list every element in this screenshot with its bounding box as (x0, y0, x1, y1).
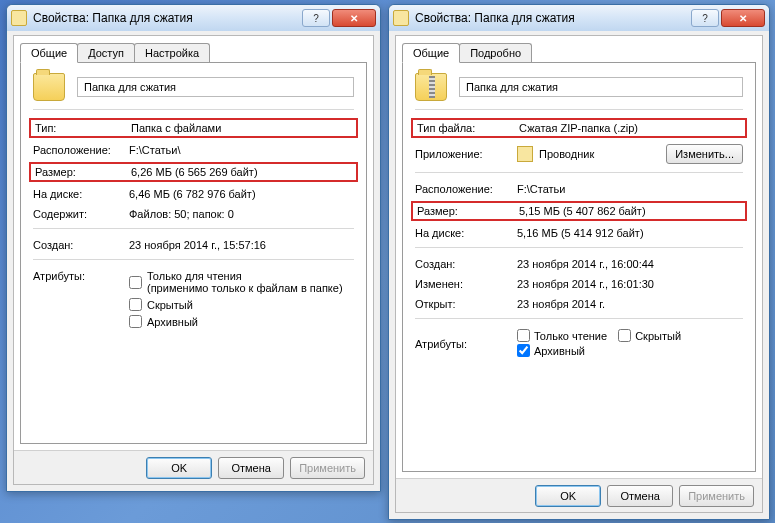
created-label: Создан: (415, 258, 517, 270)
attr-readonly-row: Только для чтения (применимо только к фа… (129, 270, 354, 294)
attr-readonly-label: Только чтение (534, 330, 607, 342)
accessed-label: Открыт: (415, 298, 517, 310)
tab-sharing[interactable]: Доступ (77, 43, 135, 63)
properties-window-folder: Свойства: Папка для сжатия ? ✕ Общие Дос… (6, 4, 381, 492)
size-label: Размер: (417, 205, 519, 217)
tab-details[interactable]: Подробно (459, 43, 532, 63)
attr-archive-label: Архивный (147, 316, 198, 328)
attr-archive-row: Архивный (517, 344, 585, 357)
attr-readonly-checkbox[interactable] (129, 276, 142, 289)
opens-with-label: Приложение: (415, 148, 517, 160)
tabstrip: Общие Доступ Настройка (14, 36, 373, 62)
attributes-label: Атрибуты: (415, 338, 517, 350)
titlebar[interactable]: Свойства: Папка для сжатия ? ✕ (7, 5, 380, 31)
size-on-disk-value: 5,16 МБ (5 414 912 байт) (517, 227, 743, 239)
size-label: Размер: (35, 166, 131, 178)
attributes-label: Атрибуты: (33, 270, 129, 282)
highlight-type: Тип: Папка с файлами (29, 118, 358, 138)
name-input[interactable]: Папка для сжатия (459, 77, 743, 97)
size-value: 6,26 МБ (6 565 269 байт) (131, 166, 352, 178)
size-on-disk-value: 6,46 МБ (6 782 976 байт) (129, 188, 354, 200)
close-button[interactable]: ✕ (721, 9, 765, 27)
type-value: Папка с файлами (131, 122, 352, 134)
opens-with-value: Проводник (539, 148, 666, 160)
contains-value: Файлов: 50; папок: 0 (129, 208, 354, 220)
apply-button[interactable]: Применить (679, 485, 754, 507)
highlight-size: Размер: 5,15 МБ (5 407 862 байт) (411, 201, 747, 221)
type-label: Тип: (35, 122, 131, 134)
folder-icon (11, 10, 27, 26)
client-area: Общие Подробно Папка для сжатия Тип файл… (395, 35, 763, 513)
window-title: Свойства: Папка для сжатия (415, 11, 689, 25)
modified-value: 23 ноября 2014 г., 16:01:30 (517, 278, 743, 290)
attr-archive-checkbox[interactable] (129, 315, 142, 328)
highlight-size: Размер: 6,26 МБ (6 565 269 байт) (29, 162, 358, 182)
help-button[interactable]: ? (302, 9, 330, 27)
size-value: 5,15 МБ (5 407 862 байт) (519, 205, 741, 217)
folder-icon (33, 73, 65, 101)
attr-hidden-checkbox[interactable] (618, 329, 631, 342)
window-title: Свойства: Папка для сжатия (33, 11, 300, 25)
location-value: F:\Статьи\ (129, 144, 354, 156)
change-button[interactable]: Изменить... (666, 144, 743, 164)
size-on-disk-label: На диске: (415, 227, 517, 239)
file-type-value: Сжатая ZIP-папка (.zip) (519, 122, 741, 134)
attr-readonly-sub: (применимо только к файлам в папке) (147, 282, 343, 294)
cancel-button[interactable]: Отмена (218, 457, 284, 479)
tab-general[interactable]: Общие (20, 43, 78, 63)
apply-button[interactable]: Применить (290, 457, 365, 479)
properties-window-zip: Свойства: Папка для сжатия ? ✕ Общие Под… (388, 4, 770, 520)
created-label: Создан: (33, 239, 129, 251)
location-label: Расположение: (33, 144, 129, 156)
attr-hidden-checkbox[interactable] (129, 298, 142, 311)
modified-label: Изменен: (415, 278, 517, 290)
location-label: Расположение: (415, 183, 517, 195)
tab-customize[interactable]: Настройка (134, 43, 210, 63)
attr-archive-checkbox[interactable] (517, 344, 530, 357)
zip-icon (393, 10, 409, 26)
ok-button[interactable]: OK (535, 485, 601, 507)
cancel-button[interactable]: Отмена (607, 485, 673, 507)
attr-hidden-row: Скрытый (129, 298, 354, 311)
tab-page-general: Папка для сжатия Тип файла: Сжатая ZIP-п… (402, 62, 756, 472)
contains-label: Содержит: (33, 208, 129, 220)
attr-hidden-label: Скрытый (635, 330, 681, 342)
tab-general[interactable]: Общие (402, 43, 460, 63)
created-value: 23 ноября 2014 г., 15:57:16 (129, 239, 354, 251)
close-button[interactable]: ✕ (332, 9, 376, 27)
help-button[interactable]: ? (691, 9, 719, 27)
button-bar: OK Отмена Применить (396, 478, 762, 512)
tabstrip: Общие Подробно (396, 36, 762, 62)
attr-readonly-checkbox[interactable] (517, 329, 530, 342)
attr-archive-row: Архивный (129, 315, 354, 328)
accessed-value: 23 ноября 2014 г. (517, 298, 743, 310)
name-input[interactable]: Папка для сжатия (77, 77, 354, 97)
attr-hidden-row: Скрытый (618, 329, 681, 342)
button-bar: OK Отмена Применить (14, 450, 373, 484)
attr-readonly-row: Только чтение (517, 329, 607, 342)
location-value: F:\Статьи (517, 183, 743, 195)
client-area: Общие Доступ Настройка Папка для сжатия … (13, 35, 374, 485)
created-value: 23 ноября 2014 г., 16:00:44 (517, 258, 743, 270)
zip-folder-icon (415, 73, 447, 101)
attr-archive-label: Архивный (534, 345, 585, 357)
explorer-icon (517, 146, 533, 162)
file-type-label: Тип файла: (417, 122, 519, 134)
attr-readonly-label: Только для чтения (147, 270, 242, 282)
titlebar[interactable]: Свойства: Папка для сжатия ? ✕ (389, 5, 769, 31)
highlight-type: Тип файла: Сжатая ZIP-папка (.zip) (411, 118, 747, 138)
tab-page-general: Папка для сжатия Тип: Папка с файлами Ра… (20, 62, 367, 444)
size-on-disk-label: На диске: (33, 188, 129, 200)
attr-hidden-label: Скрытый (147, 299, 193, 311)
ok-button[interactable]: OK (146, 457, 212, 479)
